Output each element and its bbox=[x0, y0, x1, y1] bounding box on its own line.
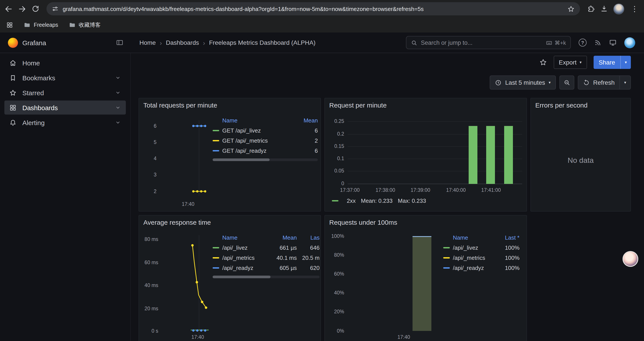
legend-series-name[interactable]: GET /api/_readyz bbox=[222, 147, 293, 154]
sidebar-item-alerting[interactable]: Alerting bbox=[4, 115, 126, 129]
caret-down-icon: ▾ bbox=[580, 60, 582, 64]
legend-row: GET /api/_metrics 2 bbox=[212, 136, 318, 146]
time-range-label: Last 5 minutes bbox=[505, 79, 545, 86]
search-icon bbox=[411, 39, 417, 46]
legend-header-mean[interactable]: Mean bbox=[293, 117, 318, 124]
legend-series-name[interactable]: /api/_readyz bbox=[453, 265, 497, 271]
forward-icon[interactable] bbox=[18, 5, 26, 13]
address-bar[interactable] bbox=[46, 2, 580, 15]
extensions-icon[interactable] bbox=[587, 5, 595, 13]
panel-request-per-minute: Request per minute 0.25 0.2 0.15 0.1 0.0… bbox=[324, 98, 527, 212]
breadcrumb-dashboards[interactable]: Dashboards bbox=[166, 39, 199, 46]
legend-series-name[interactable]: GET /api/_livez bbox=[222, 127, 293, 134]
legend-series-last: 100% bbox=[497, 254, 520, 261]
site-info-icon[interactable] bbox=[52, 5, 59, 12]
legend-header-mean[interactable]: Mean bbox=[270, 234, 297, 241]
bookmark-star-icon[interactable] bbox=[567, 5, 575, 13]
legend-header-name[interactable]: Name bbox=[453, 234, 497, 241]
sidebar-item-dashboards[interactable]: Dashboards bbox=[4, 101, 126, 115]
y-tick: 0% bbox=[326, 328, 344, 334]
help-icon[interactable]: ? bbox=[579, 39, 586, 47]
apps-grid-icon[interactable] bbox=[6, 22, 13, 29]
profile-avatar[interactable] bbox=[613, 3, 624, 14]
legend-row: /api/_readyz 100% bbox=[443, 263, 520, 273]
star-dashboard-icon[interactable] bbox=[539, 58, 547, 66]
chevron-down-icon[interactable] bbox=[115, 119, 121, 126]
dashboards-icon bbox=[9, 104, 17, 111]
sidebar-item-home[interactable]: Home bbox=[4, 56, 126, 70]
x-tick: 17:40:00 bbox=[440, 187, 471, 193]
url-input[interactable] bbox=[63, 6, 563, 12]
legend-scrollbar[interactable] bbox=[212, 158, 318, 161]
browser-menu-icon[interactable]: ⋮ bbox=[630, 5, 640, 13]
legend-scrollbar[interactable] bbox=[212, 276, 320, 278]
share-menu-button[interactable]: ▾ bbox=[620, 56, 631, 69]
legend-series-name[interactable]: /api/_livez bbox=[222, 244, 270, 251]
legend-header-name[interactable]: Name bbox=[222, 117, 293, 124]
floating-profile-avatar[interactable] bbox=[622, 251, 638, 267]
back-icon[interactable] bbox=[4, 5, 13, 13]
panel-title[interactable]: Average response time bbox=[143, 219, 211, 226]
search-box[interactable]: ⌘+k bbox=[406, 36, 571, 49]
monitor-icon[interactable] bbox=[609, 39, 617, 47]
share-button[interactable]: Share ▾ bbox=[593, 56, 631, 69]
sidebar-item-bookmarks[interactable]: Bookmarks bbox=[4, 71, 126, 85]
legend-header-name[interactable]: Name bbox=[222, 234, 270, 241]
series-color-yellow bbox=[212, 257, 219, 258]
y-tick: 0.1 bbox=[328, 155, 344, 162]
breadcrumb-home[interactable]: Home bbox=[140, 39, 156, 46]
legend-series-name[interactable]: /api/_metrics bbox=[453, 254, 497, 261]
refresh-interval-button[interactable]: ▾ bbox=[620, 76, 631, 90]
user-avatar[interactable] bbox=[624, 37, 635, 48]
panel-title[interactable]: Request per minute bbox=[329, 101, 387, 109]
sidebar-item-starred[interactable]: Starred bbox=[4, 86, 126, 100]
search-input[interactable] bbox=[421, 39, 542, 46]
grafana-logo[interactable] bbox=[8, 38, 18, 48]
legend-scrollbar-thumb[interactable] bbox=[212, 276, 270, 278]
bar-100-percent bbox=[412, 236, 432, 331]
refresh-button[interactable]: Refresh bbox=[578, 76, 620, 90]
folder-icon bbox=[24, 22, 31, 29]
app-header: Grafana Home › Dashboards › Freeleaps Me… bbox=[0, 33, 644, 53]
time-range-picker[interactable]: Last 5 minutes ▾ bbox=[490, 76, 556, 90]
y-tick: 0.25 bbox=[328, 118, 344, 124]
bookmark-folder-freeleaps[interactable]: Freeleaps bbox=[24, 22, 58, 29]
x-tick: 17:38:00 bbox=[370, 187, 401, 193]
panel-total-requests: Total requests per minute 6 5 4 3 2 bbox=[138, 98, 321, 212]
bookmark-folder-blogs[interactable]: 收藏博客 bbox=[68, 21, 100, 29]
chevron-down-icon[interactable] bbox=[115, 75, 121, 81]
legend-scrollbar-thumb[interactable] bbox=[212, 158, 270, 161]
reload-icon[interactable] bbox=[32, 5, 40, 13]
dock-sidebar-icon[interactable] bbox=[116, 39, 124, 47]
export-button[interactable]: Export ▾ bbox=[554, 56, 587, 69]
legend-table: Name Mean GET /api/_livez 6 GET /api/_me… bbox=[212, 115, 318, 161]
star-icon bbox=[9, 89, 17, 96]
line-chart bbox=[163, 235, 214, 340]
legend-header-last[interactable]: Las bbox=[300, 234, 320, 241]
legend-row: GET /api/_readyz 6 bbox=[212, 146, 318, 156]
legend-series-name[interactable]: /api/_metrics bbox=[222, 254, 270, 261]
legend-header-last[interactable]: Last * bbox=[497, 234, 520, 241]
y-tick: 20% bbox=[326, 308, 344, 315]
x-tick: 17:37:00 bbox=[334, 187, 365, 193]
chevron-down-icon[interactable] bbox=[115, 90, 121, 96]
legend-series-name[interactable]: /api/_readyz bbox=[222, 265, 270, 271]
panel-errors-per-second: Errors per second No data bbox=[530, 98, 631, 212]
panel-title[interactable]: Total requests per minute bbox=[143, 101, 217, 109]
legend-header: Name Last * bbox=[443, 232, 520, 243]
legend-series-mean: 6 bbox=[293, 147, 318, 154]
legend-series-last: 20.5 m bbox=[300, 254, 320, 261]
chevron-down-icon[interactable] bbox=[115, 104, 121, 111]
legend-series-name[interactable]: 2xx bbox=[347, 197, 356, 204]
panel-title[interactable]: Requests under 100ms bbox=[329, 219, 397, 226]
legend-series-name[interactable]: /api/_livez bbox=[453, 244, 497, 251]
panel-title[interactable]: Errors per second bbox=[535, 101, 588, 109]
x-tick: 17:41:00 bbox=[476, 187, 506, 193]
download-icon[interactable] bbox=[600, 5, 608, 13]
rss-icon[interactable] bbox=[594, 39, 602, 46]
search-shortcut: ⌘+k bbox=[546, 39, 566, 46]
sidebar-nav: Home Bookmarks Starred bbox=[0, 53, 131, 341]
series-color-green bbox=[212, 247, 219, 248]
zoom-out-button[interactable] bbox=[560, 76, 574, 90]
legend-series-name[interactable]: GET /api/_metrics bbox=[222, 137, 293, 144]
